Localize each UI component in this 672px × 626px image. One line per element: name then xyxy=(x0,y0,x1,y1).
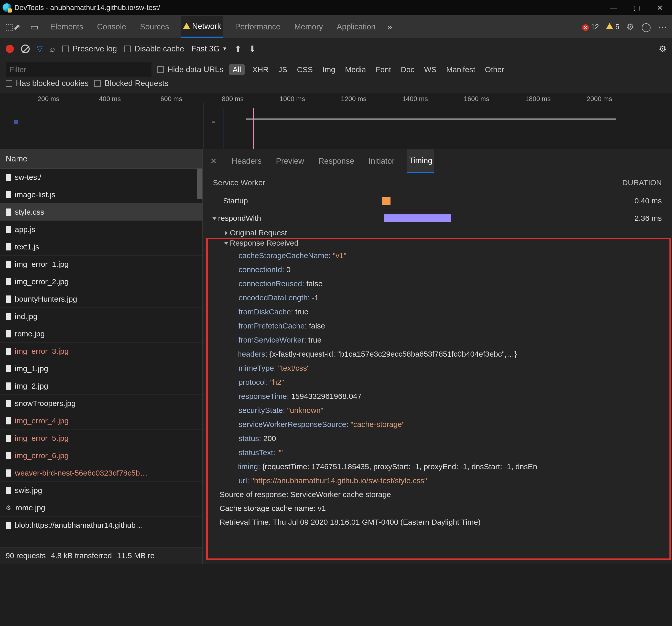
error-count[interactable]: ✕ 12 xyxy=(582,23,599,31)
file-icon xyxy=(6,452,11,459)
request-row[interactable]: ⚙rome.jpg xyxy=(0,499,202,516)
filter-toggle-icon[interactable]: ▽ xyxy=(37,44,43,53)
detail-tab-initiator[interactable]: Initiator xyxy=(367,150,396,172)
request-name: weaver-bird-nest-56e6c0323df78c5b… xyxy=(15,469,148,477)
request-row[interactable]: bountyHunters.jpg xyxy=(0,290,202,308)
request-row[interactable]: rome.jpg xyxy=(0,325,202,342)
maximize-button[interactable]: ▢ xyxy=(631,4,642,12)
original-request-row[interactable]: Original Request xyxy=(225,228,662,237)
disable-cache-checkbox[interactable]: Disable cache xyxy=(124,44,184,53)
tab-network[interactable]: Network xyxy=(181,16,223,38)
request-name: img_error_5.jpg xyxy=(15,434,69,442)
scrollbar-thumb[interactable] xyxy=(197,169,202,199)
filter-type-media[interactable]: Media xyxy=(343,64,368,75)
request-row[interactable]: weaver-bird-nest-56e6c0323df78c5b… xyxy=(0,464,202,482)
property-value: false xyxy=(306,279,322,288)
inspect-icon[interactable]: ⬚⬈ xyxy=(5,22,21,32)
startup-bar xyxy=(382,197,390,204)
request-row[interactable]: style.css xyxy=(0,203,202,221)
tab-sources[interactable]: Sources xyxy=(138,17,171,37)
response-property: cacheStorageCacheName: "v1" xyxy=(239,248,662,263)
request-row[interactable]: img_error_6.jpg xyxy=(0,447,202,464)
property-value: -1 xyxy=(312,293,319,302)
throttling-select[interactable]: Fast 3G ▼ xyxy=(191,44,227,53)
request-name: img_error_3.jpg xyxy=(15,347,69,356)
warning-count[interactable]: 5 xyxy=(606,23,619,31)
request-row[interactable]: image-list.js xyxy=(0,186,202,203)
response-received-row[interactable]: Response Received xyxy=(225,239,662,247)
filter-input[interactable] xyxy=(6,63,151,77)
file-icon xyxy=(6,470,11,477)
blocked-requests-checkbox[interactable]: Blocked Requests xyxy=(94,79,168,88)
minimize-button[interactable]: — xyxy=(608,4,619,12)
filter-type-xhr[interactable]: XHR xyxy=(250,64,270,75)
tab-application[interactable]: Application xyxy=(335,17,378,37)
close-button[interactable]: ✕ xyxy=(655,4,665,12)
filter-type-font[interactable]: Font xyxy=(374,64,393,75)
request-row[interactable]: swis.jpg xyxy=(0,482,202,499)
error-icon: ✕ xyxy=(582,24,589,31)
more-tabs-icon[interactable]: » xyxy=(387,22,392,32)
request-row[interactable]: img_error_2.jpg xyxy=(0,273,202,290)
request-row[interactable]: img_error_4.jpg xyxy=(0,412,202,430)
request-row[interactable]: snowTroopers.jpg xyxy=(0,395,202,412)
network-settings-icon[interactable]: ⚙ xyxy=(659,44,666,54)
download-icon[interactable]: ⬇ xyxy=(249,44,256,54)
device-toggle-icon[interactable]: ▭ xyxy=(30,22,39,32)
timeline[interactable]: 200 ms400 ms600 ms800 ms1000 ms1200 ms14… xyxy=(0,93,672,149)
tab-elements[interactable]: Elements xyxy=(48,17,85,37)
tab-network-label: Network xyxy=(192,22,221,31)
has-blocked-cookies-checkbox[interactable]: Has blocked cookies xyxy=(6,79,89,88)
request-row[interactable]: text1.js xyxy=(0,238,202,256)
request-row[interactable]: ind.jpg xyxy=(0,308,202,325)
search-icon[interactable]: ⌕ xyxy=(50,44,55,54)
source-of-response: Source of response: ServiceWorker cache … xyxy=(220,488,662,501)
tab-memory[interactable]: Memory xyxy=(292,17,325,37)
request-row[interactable]: blob:https://anubhamathur14.github… xyxy=(0,516,202,534)
filter-type-css[interactable]: CSS xyxy=(295,64,315,75)
record-button[interactable] xyxy=(6,45,14,53)
file-icon xyxy=(6,295,11,303)
account-icon[interactable]: ◯ xyxy=(641,22,651,32)
filter-type-all[interactable]: All xyxy=(229,64,245,75)
chevron-down-icon xyxy=(212,217,217,220)
filter-type-ws[interactable]: WS xyxy=(422,64,438,75)
close-detail-button[interactable]: ✕ xyxy=(210,156,217,166)
settings-gear-icon[interactable]: ⚙ xyxy=(626,22,634,32)
detail-tab-headers[interactable]: Headers xyxy=(230,150,263,172)
timeline-tick: 600 ms xyxy=(123,95,184,103)
request-row[interactable]: app.js xyxy=(0,221,202,238)
tab-console[interactable]: Console xyxy=(95,17,128,37)
property-key: url: xyxy=(239,476,249,485)
request-row[interactable]: img_2.jpg xyxy=(0,377,202,395)
more-menu-icon[interactable]: ⋯ xyxy=(658,22,667,32)
name-column-header[interactable]: Name xyxy=(0,149,202,169)
hide-data-urls-checkbox[interactable]: Hide data URLs xyxy=(157,65,223,74)
request-row[interactable]: img_error_5.jpg xyxy=(0,430,202,447)
request-name: blob:https://anubhamathur14.github… xyxy=(15,521,143,530)
filter-type-manifest[interactable]: Manifest xyxy=(444,64,477,75)
upload-icon[interactable]: ⬆ xyxy=(234,44,242,54)
clear-button[interactable] xyxy=(21,45,30,53)
response-property: mimeType: "text/css" xyxy=(239,361,662,375)
filter-type-other[interactable]: Other xyxy=(483,64,506,75)
respondwith-row[interactable]: respondWith xyxy=(213,214,382,222)
detail-tab-response[interactable]: Response xyxy=(317,150,356,172)
timing-section-label: Service Worker xyxy=(213,178,265,187)
preserve-log-checkbox[interactable]: Preserve log xyxy=(62,44,117,53)
request-row[interactable]: sw-test/ xyxy=(0,169,202,186)
filter-type-img[interactable]: Img xyxy=(320,64,337,75)
request-row[interactable]: img_error_1.jpg xyxy=(0,256,202,273)
request-row[interactable]: img_error_3.jpg xyxy=(0,342,202,360)
filter-type-js[interactable]: JS xyxy=(277,64,289,75)
requests-count: 90 requests xyxy=(6,551,46,560)
property-key: statusText: xyxy=(239,448,275,457)
tab-performance[interactable]: Performance xyxy=(233,17,282,37)
response-property: timing: {requestTime: 1746751.185435, pr… xyxy=(239,459,662,474)
detail-tab-preview[interactable]: Preview xyxy=(274,150,306,172)
detail-tab-timing[interactable]: Timing xyxy=(407,149,434,173)
file-icon xyxy=(6,313,11,320)
filter-type-doc[interactable]: Doc xyxy=(399,64,416,75)
request-row[interactable]: img_1.jpg xyxy=(0,360,202,377)
file-icon xyxy=(6,365,11,372)
